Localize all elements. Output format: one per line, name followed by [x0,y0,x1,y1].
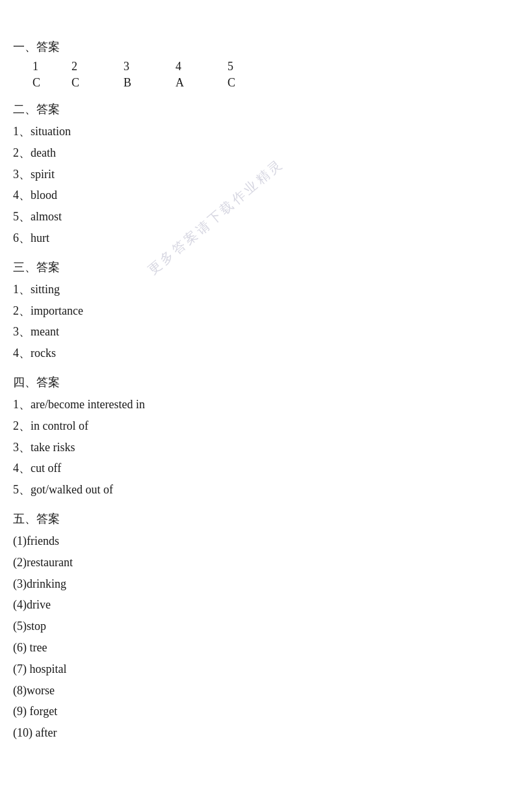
section-3-title: 三、答案 [13,259,507,275]
list-item: (2)restaurant [13,553,507,572]
section-4: 四、答案 1、are/become interested in 2、in con… [13,374,507,499]
ans-5: C [228,76,280,90]
ans-1: C [32,76,72,90]
list-item: (6) tree [13,638,507,657]
num-1: 1 [32,60,72,73]
section-5-title: 五、答案 [13,511,507,527]
section-4-title: 四、答案 [13,374,507,390]
list-item: 3、meant [13,322,507,341]
num-4: 4 [176,60,228,73]
list-item: 1、situation [13,122,507,141]
section-1: 一、答案 1 2 3 4 5 C C B A C [13,39,507,90]
section-1-title: 一、答案 [13,39,507,55]
list-item: 4、rocks [13,344,507,363]
section-5: 五、答案 (1)friends (2)restaurant (3)drinkin… [13,511,507,742]
list-item: 2、importance [13,302,507,321]
ans-3: B [124,76,176,90]
list-item: 4、blood [13,186,507,205]
section-2: 二、答案 1、situation 2、death 3、spirit 4、bloo… [13,101,507,248]
list-item: 3、spirit [13,165,507,184]
list-item: 4、cut off [13,459,507,478]
list-item: 6、hurt [13,229,507,248]
list-item: 1、sitting [13,280,507,299]
list-item: 3、take risks [13,438,507,457]
list-item: 2、in control of [13,417,507,436]
list-item: 5、almost [13,207,507,226]
section-3: 三、答案 1、sitting 2、importance 3、meant 4、ro… [13,259,507,363]
list-item: (8)worse [13,681,507,700]
list-item: (9) forget [13,702,507,721]
list-item: (5)stop [13,617,507,636]
list-item: (7) hospital [13,660,507,679]
num-5: 5 [228,60,280,73]
list-item: 1、are/become interested in [13,395,507,414]
list-item: 2、death [13,144,507,163]
list-item: (3)drinking [13,575,507,594]
section-2-title: 二、答案 [13,101,507,117]
ans-4: A [176,76,228,90]
num-3: 3 [124,60,176,73]
num-2: 2 [72,60,124,73]
section-1-grid: 1 2 3 4 5 C C B A C [32,60,507,90]
list-item: (1)friends [13,532,507,551]
ans-2: C [72,76,124,90]
list-item: (4)drive [13,596,507,614]
list-item: 5、got/walked out of [13,480,507,499]
list-item: (10) after [13,724,507,742]
